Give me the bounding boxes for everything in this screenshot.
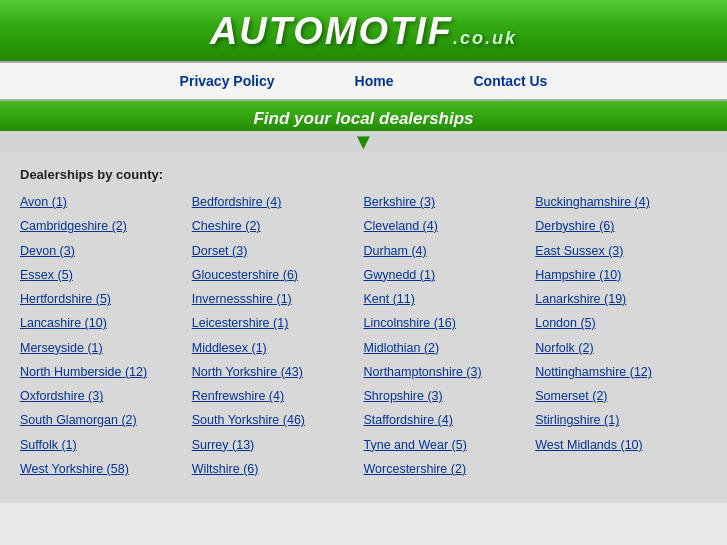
county-link[interactable]: Kent (11)	[364, 289, 536, 310]
county-link[interactable]: Suffolk (1)	[20, 435, 192, 456]
county-link[interactable]: North Humberside (12)	[20, 362, 192, 383]
banner-text: Find your local dealerships	[253, 109, 473, 128]
county-link[interactable]: Durham (4)	[364, 241, 536, 262]
county-link[interactable]: West Yorkshire (58)	[20, 459, 192, 480]
county-link[interactable]: Essex (5)	[20, 265, 192, 286]
county-link[interactable]: Oxfordshire (3)	[20, 386, 192, 407]
county-link[interactable]: London (5)	[535, 313, 707, 334]
county-link[interactable]: Stirlingshire (1)	[535, 410, 707, 431]
header: AUTOMOTIF.co.uk	[0, 0, 727, 61]
county-link[interactable]: Cleveland (4)	[364, 216, 536, 237]
county-link[interactable]: South Glamorgan (2)	[20, 410, 192, 431]
county-link[interactable]: Hampshire (10)	[535, 265, 707, 286]
county-link[interactable]: Nottinghamshire (12)	[535, 362, 707, 383]
county-link[interactable]: Bedfordshire (4)	[192, 192, 364, 213]
county-link[interactable]: Buckinghamshire (4)	[535, 192, 707, 213]
logo: AUTOMOTIF.co.uk	[0, 10, 727, 53]
county-link[interactable]: Gloucestershire (6)	[192, 265, 364, 286]
nav-contact-us[interactable]: Contact Us	[473, 73, 547, 89]
county-link[interactable]: Invernessshire (1)	[192, 289, 364, 310]
nav-home[interactable]: Home	[355, 73, 394, 89]
county-link[interactable]: Merseyside (1)	[20, 338, 192, 359]
county-link[interactable]: Tyne and Wear (5)	[364, 435, 536, 456]
county-link[interactable]: East Sussex (3)	[535, 241, 707, 262]
banner-arrow: ▼	[0, 131, 727, 153]
county-link[interactable]: Staffordshire (4)	[364, 410, 536, 431]
county-link[interactable]: Somerset (2)	[535, 386, 707, 407]
section-title: Dealerships by county:	[20, 167, 707, 182]
county-link[interactable]: Dorset (3)	[192, 241, 364, 262]
county-link[interactable]: Norfolk (2)	[535, 338, 707, 359]
county-link[interactable]: Lincolnshire (16)	[364, 313, 536, 334]
main-content: Dealerships by county: Avon (1)Bedfordsh…	[0, 153, 727, 503]
county-link[interactable]: Lancashire (10)	[20, 313, 192, 334]
nav-bar: Privacy Policy Home Contact Us	[0, 61, 727, 101]
county-link[interactable]: South Yorkshire (46)	[192, 410, 364, 431]
county-link[interactable]: Surrey (13)	[192, 435, 364, 456]
county-link[interactable]: Cambridgeshire (2)	[20, 216, 192, 237]
nav-privacy-policy[interactable]: Privacy Policy	[180, 73, 275, 89]
county-link[interactable]: Avon (1)	[20, 192, 192, 213]
county-link[interactable]: Midlothian (2)	[364, 338, 536, 359]
logo-main: AUTOMOTIF	[210, 10, 453, 52]
county-link[interactable]: Shropshire (3)	[364, 386, 536, 407]
county-link[interactable]: Worcestershire (2)	[364, 459, 536, 480]
logo-suffix: .co.uk	[453, 28, 517, 48]
county-link[interactable]: Hertfordshire (5)	[20, 289, 192, 310]
county-link[interactable]: West Midlands (10)	[535, 435, 707, 456]
county-link[interactable]: Derbyshire (6)	[535, 216, 707, 237]
county-link[interactable]: Renfrewshire (4)	[192, 386, 364, 407]
county-link[interactable]: North Yorkshire (43)	[192, 362, 364, 383]
county-link[interactable]: Leicestershire (1)	[192, 313, 364, 334]
county-link[interactable]: Berkshire (3)	[364, 192, 536, 213]
county-link[interactable]: Lanarkshire (19)	[535, 289, 707, 310]
county-link[interactable]: Northamptonshire (3)	[364, 362, 536, 383]
county-link[interactable]: Gwynedd (1)	[364, 265, 536, 286]
county-grid: Avon (1)Bedfordshire (4)Berkshire (3)Buc…	[20, 192, 707, 480]
county-link[interactable]: Cheshire (2)	[192, 216, 364, 237]
county-link[interactable]: Wiltshire (6)	[192, 459, 364, 480]
county-link[interactable]: Devon (3)	[20, 241, 192, 262]
county-link[interactable]: Middlesex (1)	[192, 338, 364, 359]
